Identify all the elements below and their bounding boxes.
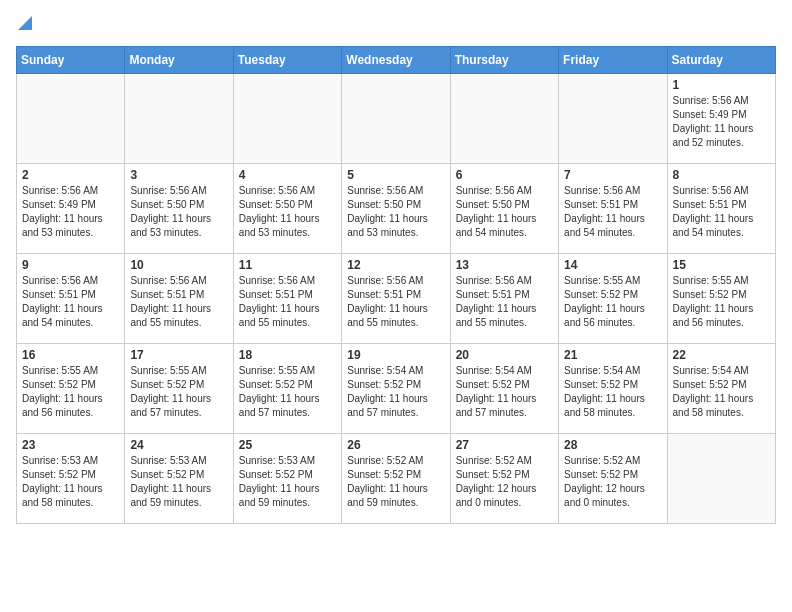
day-info: Sunrise: 5:56 AM Sunset: 5:50 PM Dayligh…	[456, 184, 553, 240]
calendar-cell: 11Sunrise: 5:56 AM Sunset: 5:51 PM Dayli…	[233, 254, 341, 344]
calendar-cell: 9Sunrise: 5:56 AM Sunset: 5:51 PM Daylig…	[17, 254, 125, 344]
day-info: Sunrise: 5:52 AM Sunset: 5:52 PM Dayligh…	[456, 454, 553, 510]
day-number: 18	[239, 348, 336, 362]
day-info: Sunrise: 5:56 AM Sunset: 5:51 PM Dayligh…	[347, 274, 444, 330]
calendar-cell: 8Sunrise: 5:56 AM Sunset: 5:51 PM Daylig…	[667, 164, 775, 254]
calendar-week-row: 16Sunrise: 5:55 AM Sunset: 5:52 PM Dayli…	[17, 344, 776, 434]
day-info: Sunrise: 5:54 AM Sunset: 5:52 PM Dayligh…	[564, 364, 661, 420]
day-number: 14	[564, 258, 661, 272]
day-info: Sunrise: 5:56 AM Sunset: 5:51 PM Dayligh…	[130, 274, 227, 330]
day-number: 10	[130, 258, 227, 272]
svg-marker-0	[18, 16, 32, 30]
day-number: 1	[673, 78, 770, 92]
calendar-cell: 12Sunrise: 5:56 AM Sunset: 5:51 PM Dayli…	[342, 254, 450, 344]
day-info: Sunrise: 5:56 AM Sunset: 5:50 PM Dayligh…	[347, 184, 444, 240]
calendar-cell: 16Sunrise: 5:55 AM Sunset: 5:52 PM Dayli…	[17, 344, 125, 434]
calendar-cell: 1Sunrise: 5:56 AM Sunset: 5:49 PM Daylig…	[667, 74, 775, 164]
calendar-cell: 6Sunrise: 5:56 AM Sunset: 5:50 PM Daylig…	[450, 164, 558, 254]
day-number: 2	[22, 168, 119, 182]
calendar-cell: 2Sunrise: 5:56 AM Sunset: 5:49 PM Daylig…	[17, 164, 125, 254]
day-number: 23	[22, 438, 119, 452]
calendar-cell: 14Sunrise: 5:55 AM Sunset: 5:52 PM Dayli…	[559, 254, 667, 344]
calendar-cell: 15Sunrise: 5:55 AM Sunset: 5:52 PM Dayli…	[667, 254, 775, 344]
calendar-cell: 27Sunrise: 5:52 AM Sunset: 5:52 PM Dayli…	[450, 434, 558, 524]
calendar-cell	[125, 74, 233, 164]
day-info: Sunrise: 5:56 AM Sunset: 5:51 PM Dayligh…	[239, 274, 336, 330]
day-number: 13	[456, 258, 553, 272]
day-info: Sunrise: 5:54 AM Sunset: 5:52 PM Dayligh…	[347, 364, 444, 420]
column-header-sunday: Sunday	[17, 47, 125, 74]
day-info: Sunrise: 5:55 AM Sunset: 5:52 PM Dayligh…	[239, 364, 336, 420]
day-number: 22	[673, 348, 770, 362]
day-number: 5	[347, 168, 444, 182]
calendar-cell: 25Sunrise: 5:53 AM Sunset: 5:52 PM Dayli…	[233, 434, 341, 524]
calendar-cell: 26Sunrise: 5:52 AM Sunset: 5:52 PM Dayli…	[342, 434, 450, 524]
day-info: Sunrise: 5:55 AM Sunset: 5:52 PM Dayligh…	[22, 364, 119, 420]
day-info: Sunrise: 5:52 AM Sunset: 5:52 PM Dayligh…	[564, 454, 661, 510]
day-info: Sunrise: 5:55 AM Sunset: 5:52 PM Dayligh…	[673, 274, 770, 330]
calendar-week-row: 23Sunrise: 5:53 AM Sunset: 5:52 PM Dayli…	[17, 434, 776, 524]
day-number: 25	[239, 438, 336, 452]
column-header-friday: Friday	[559, 47, 667, 74]
calendar-cell: 23Sunrise: 5:53 AM Sunset: 5:52 PM Dayli…	[17, 434, 125, 524]
day-info: Sunrise: 5:56 AM Sunset: 5:50 PM Dayligh…	[130, 184, 227, 240]
day-info: Sunrise: 5:53 AM Sunset: 5:52 PM Dayligh…	[22, 454, 119, 510]
day-number: 21	[564, 348, 661, 362]
day-number: 27	[456, 438, 553, 452]
day-info: Sunrise: 5:54 AM Sunset: 5:52 PM Dayligh…	[673, 364, 770, 420]
day-number: 8	[673, 168, 770, 182]
calendar-cell: 28Sunrise: 5:52 AM Sunset: 5:52 PM Dayli…	[559, 434, 667, 524]
calendar-cell: 21Sunrise: 5:54 AM Sunset: 5:52 PM Dayli…	[559, 344, 667, 434]
calendar-cell: 13Sunrise: 5:56 AM Sunset: 5:51 PM Dayli…	[450, 254, 558, 344]
day-info: Sunrise: 5:56 AM Sunset: 5:51 PM Dayligh…	[673, 184, 770, 240]
calendar-cell	[667, 434, 775, 524]
day-number: 4	[239, 168, 336, 182]
calendar-cell: 4Sunrise: 5:56 AM Sunset: 5:50 PM Daylig…	[233, 164, 341, 254]
logo-triangle-icon	[18, 16, 32, 34]
column-header-thursday: Thursday	[450, 47, 558, 74]
column-header-tuesday: Tuesday	[233, 47, 341, 74]
calendar-cell: 7Sunrise: 5:56 AM Sunset: 5:51 PM Daylig…	[559, 164, 667, 254]
calendar-cell: 22Sunrise: 5:54 AM Sunset: 5:52 PM Dayli…	[667, 344, 775, 434]
day-info: Sunrise: 5:53 AM Sunset: 5:52 PM Dayligh…	[239, 454, 336, 510]
day-info: Sunrise: 5:56 AM Sunset: 5:51 PM Dayligh…	[456, 274, 553, 330]
day-number: 7	[564, 168, 661, 182]
logo	[16, 16, 32, 34]
day-number: 20	[456, 348, 553, 362]
calendar-cell	[450, 74, 558, 164]
day-info: Sunrise: 5:56 AM Sunset: 5:49 PM Dayligh…	[22, 184, 119, 240]
calendar-cell	[559, 74, 667, 164]
column-header-wednesday: Wednesday	[342, 47, 450, 74]
day-number: 6	[456, 168, 553, 182]
day-number: 26	[347, 438, 444, 452]
calendar-header-row: SundayMondayTuesdayWednesdayThursdayFrid…	[17, 47, 776, 74]
day-number: 12	[347, 258, 444, 272]
day-number: 3	[130, 168, 227, 182]
day-info: Sunrise: 5:52 AM Sunset: 5:52 PM Dayligh…	[347, 454, 444, 510]
day-number: 9	[22, 258, 119, 272]
calendar-cell	[233, 74, 341, 164]
calendar-table: SundayMondayTuesdayWednesdayThursdayFrid…	[16, 46, 776, 524]
column-header-saturday: Saturday	[667, 47, 775, 74]
day-info: Sunrise: 5:54 AM Sunset: 5:52 PM Dayligh…	[456, 364, 553, 420]
calendar-cell: 5Sunrise: 5:56 AM Sunset: 5:50 PM Daylig…	[342, 164, 450, 254]
calendar-week-row: 1Sunrise: 5:56 AM Sunset: 5:49 PM Daylig…	[17, 74, 776, 164]
day-number: 16	[22, 348, 119, 362]
calendar-cell: 24Sunrise: 5:53 AM Sunset: 5:52 PM Dayli…	[125, 434, 233, 524]
calendar-cell	[342, 74, 450, 164]
calendar-week-row: 9Sunrise: 5:56 AM Sunset: 5:51 PM Daylig…	[17, 254, 776, 344]
calendar-cell: 18Sunrise: 5:55 AM Sunset: 5:52 PM Dayli…	[233, 344, 341, 434]
calendar-cell: 19Sunrise: 5:54 AM Sunset: 5:52 PM Dayli…	[342, 344, 450, 434]
day-number: 24	[130, 438, 227, 452]
day-info: Sunrise: 5:55 AM Sunset: 5:52 PM Dayligh…	[130, 364, 227, 420]
day-info: Sunrise: 5:55 AM Sunset: 5:52 PM Dayligh…	[564, 274, 661, 330]
calendar-cell: 17Sunrise: 5:55 AM Sunset: 5:52 PM Dayli…	[125, 344, 233, 434]
day-number: 19	[347, 348, 444, 362]
day-info: Sunrise: 5:53 AM Sunset: 5:52 PM Dayligh…	[130, 454, 227, 510]
day-number: 11	[239, 258, 336, 272]
day-number: 28	[564, 438, 661, 452]
day-number: 17	[130, 348, 227, 362]
column-header-monday: Monday	[125, 47, 233, 74]
page-header	[16, 16, 776, 34]
day-number: 15	[673, 258, 770, 272]
